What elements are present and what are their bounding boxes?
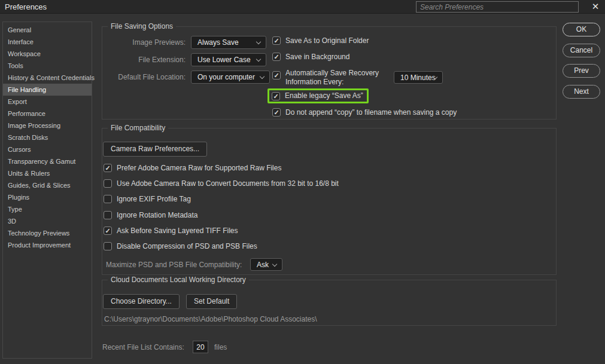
sidebar-item-performance[interactable]: Performance — [3, 108, 92, 120]
checkbox-do-not-append-copy[interactable]: ✓ — [272, 108, 281, 117]
image-previews-label: Image Previews: — [132, 38, 186, 47]
preferences-dialog: Preferences ✕ General Interface Workspac… — [0, 0, 605, 364]
maximize-compatibility-dropdown[interactable]: Ask — [250, 258, 282, 271]
checkbox-ignore-rotation-metadata[interactable] — [104, 211, 112, 219]
sidebar-item-product-improvement[interactable]: Product Improvement — [3, 239, 92, 251]
checkbox-label: Do not append “copy” to filename when sa… — [285, 108, 457, 117]
checkbox-save-in-background[interactable]: ✓ — [272, 53, 281, 61]
close-icon[interactable]: ✕ — [588, 0, 603, 13]
checkbox-ask-before-saving-tiff[interactable]: ✓ — [104, 227, 112, 235]
checkbox-enable-legacy-save-as[interactable]: ✓ — [272, 92, 280, 100]
maximize-compatibility-value: Ask — [257, 261, 269, 269]
auto-save-interval-value: 10 Minutes — [400, 74, 436, 82]
recent-file-count-input[interactable] — [193, 341, 208, 353]
checkbox-row: ✓ Save As to Original Folder — [272, 36, 369, 45]
sidebar-item-workspace[interactable]: Workspace — [3, 48, 92, 60]
sidebar-item-transparency-gamut[interactable]: Transparency & Gamut — [3, 155, 92, 167]
checkbox-label: Ignore Rotation Metadata — [117, 211, 197, 220]
sidebar-item-guides-grid-slices[interactable]: Guides, Grid & Slices — [3, 179, 92, 191]
chevron-down-icon — [256, 57, 261, 62]
sidebar: General Interface Workspace Tools Histor… — [2, 22, 92, 359]
chevron-down-icon — [260, 74, 265, 79]
sidebar-item-scratch-disks[interactable]: Scratch Disks — [3, 131, 92, 143]
checkbox-row: ✓ Prefer Adobe Camera Raw for Supported … — [104, 164, 281, 173]
chevron-down-icon — [272, 262, 277, 267]
checkbox-row: ✓ Save in Background — [272, 53, 349, 62]
checkbox-label: Ask Before Saving Layered TIFF Files — [117, 227, 238, 235]
checkbox-ignore-exif-profile-tag[interactable] — [104, 195, 112, 203]
sidebar-item-interface[interactable]: Interface — [3, 36, 92, 48]
sidebar-item-type[interactable]: Type — [3, 203, 92, 215]
prev-button[interactable]: Prev — [563, 64, 600, 78]
checkbox-label: Use Adobe Camera Raw to Convert Document… — [117, 179, 339, 188]
checkbox-disable-compression-psd-psb[interactable] — [104, 242, 112, 250]
next-button[interactable]: Next — [563, 85, 600, 99]
checkbox-row: ✓ Automatically Save Recovery Informatio… — [272, 69, 398, 87]
sidebar-item-history-content-credentials[interactable]: History & Content Credentials — [3, 72, 92, 84]
sidebar-item-plugins[interactable]: Plugins — [3, 191, 92, 203]
checkbox-auto-save-recovery[interactable]: ✓ — [272, 71, 281, 79]
checkbox-use-camera-raw-convert[interactable] — [104, 179, 112, 188]
maximize-compatibility-label: Maximize PSD and PSB File Compatibility: — [106, 261, 242, 269]
titlebar: Preferences ✕ — [0, 0, 605, 14]
cancel-button[interactable]: Cancel — [563, 44, 600, 57]
file-extension-dropdown[interactable]: Use Lower Case — [191, 53, 266, 66]
checkbox-row: ✓ Ask Before Saving Layered TIFF Files — [104, 227, 238, 235]
sidebar-item-units-rulers[interactable]: Units & Rulers — [3, 167, 92, 179]
default-file-location-dropdown[interactable]: On your computer — [191, 71, 270, 84]
file-extension-value: Use Lower Case — [197, 56, 251, 64]
working-directory-path: C:\Users\gtraynor\Documents\Adobe\Photos… — [104, 315, 317, 323]
choose-directory-button[interactable]: Choose Directory... — [103, 294, 180, 309]
checkbox-label: Ignore EXIF Profile Tag — [117, 195, 191, 204]
default-file-location-value: On your computer — [197, 73, 255, 81]
sidebar-item-tools[interactable]: Tools — [3, 60, 92, 72]
checkbox-label: Disable Compression of PSD and PSB Files — [117, 242, 257, 251]
checkbox-row: Ignore EXIF Profile Tag — [104, 195, 191, 204]
checkbox-label: Prefer Adobe Camera Raw for Supported Ra… — [117, 164, 281, 173]
checkbox-label: Automatically Save Recovery Information … — [285, 69, 393, 87]
search-input[interactable] — [416, 1, 579, 13]
checkbox-row: Ignore Rotation Metadata — [104, 211, 197, 220]
group-title: Cloud Documents Local Working Directory — [108, 276, 249, 285]
auto-save-interval-dropdown[interactable]: 10 Minutes — [394, 71, 443, 84]
page-title: Preferences — [5, 0, 47, 14]
image-previews-dropdown[interactable]: Always Save — [191, 36, 266, 49]
checkbox-prefer-adobe-camera-raw[interactable]: ✓ — [104, 164, 112, 172]
checkbox-row: Use Adobe Camera Raw to Convert Document… — [104, 179, 339, 188]
recent-file-list-suffix: files — [214, 343, 227, 351]
recent-file-list-label: Recent File List Contains: — [102, 343, 184, 351]
checkbox-label: Save As to Original Folder — [285, 36, 369, 45]
sidebar-item-technology-previews[interactable]: Technology Previews — [3, 227, 92, 239]
checkbox-row: ✓ Do not append “copy” to filename when … — [272, 108, 457, 117]
checkbox-label: Save in Background — [285, 53, 349, 62]
image-previews-value: Always Save — [197, 38, 239, 47]
camera-raw-preferences-button[interactable]: Camera Raw Preferences... — [103, 142, 207, 157]
enable-legacy-save-as-highlight: ✓ Enable legacy “Save As” — [267, 88, 369, 103]
chevron-down-icon — [256, 39, 261, 44]
file-saving-options-group: File Saving Options Image Previews: Alwa… — [102, 26, 557, 120]
file-extension-label: File Extension: — [138, 56, 186, 64]
file-compatibility-group: File Compatibility Camera Raw Preference… — [102, 128, 557, 275]
sidebar-item-general[interactable]: General — [3, 24, 92, 36]
sidebar-item-export[interactable]: Export — [3, 96, 92, 108]
sidebar-item-cursors[interactable]: Cursors — [3, 143, 92, 155]
set-default-button[interactable]: Set Default — [186, 294, 237, 309]
cloud-documents-group: Cloud Documents Local Working Directory … — [102, 280, 557, 326]
sidebar-item-file-handling[interactable]: File Handling — [3, 84, 92, 96]
checkbox-label: Enable legacy “Save As” — [285, 91, 363, 100]
checkbox-save-as-original-folder[interactable]: ✓ — [272, 36, 281, 45]
default-file-location-label: Default File Location: — [118, 73, 186, 81]
group-title: File Compatibility — [108, 124, 168, 133]
sidebar-item-image-processing[interactable]: Image Processing — [3, 120, 92, 131]
sidebar-item-3d[interactable]: 3D — [3, 215, 92, 227]
checkbox-row: Disable Compression of PSD and PSB Files — [104, 242, 257, 251]
ok-button[interactable]: OK — [563, 23, 600, 36]
group-title: File Saving Options — [108, 22, 176, 31]
